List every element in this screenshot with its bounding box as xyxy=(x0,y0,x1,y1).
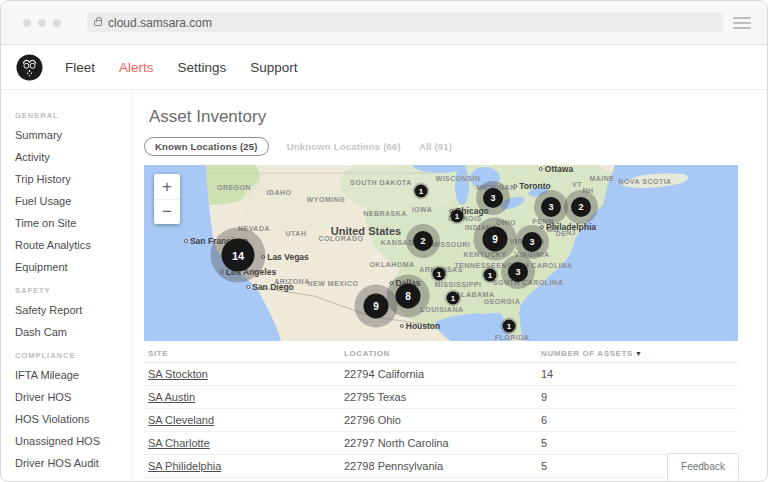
map-cluster-marker-3[interactable]: 3 xyxy=(522,232,542,252)
state-label-louisiana: LOUISIANA xyxy=(421,306,464,313)
sidebar-item-ifta-mileage[interactable]: IFTA Mileage xyxy=(15,367,131,383)
tab-unknown-locations-66-[interactable]: Unknown Locations (66) xyxy=(287,141,401,152)
site-link-sa-stockton[interactable]: SA Stockton xyxy=(148,368,208,380)
samsara-logo-icon[interactable] xyxy=(16,54,43,81)
window-dot xyxy=(23,19,31,27)
map-cluster-marker-1[interactable]: 1 xyxy=(433,268,446,281)
sidebar-item-hos-violations[interactable]: HOS Violations xyxy=(15,411,131,427)
sidebar-item-wrap: Safety Report xyxy=(15,302,131,318)
zoom-in-button[interactable]: + xyxy=(154,174,180,199)
map-cluster-marker-1[interactable]: 1 xyxy=(451,210,464,223)
sidebar-item-driver-hos-audit[interactable]: Driver HOS Audit xyxy=(15,455,131,471)
tab-known-locations-25-[interactable]: Known Locations (25) xyxy=(144,137,269,156)
nav-item-settings[interactable]: Settings xyxy=(178,60,227,75)
site-link-sa-philidelphia[interactable]: SA Philidelphia xyxy=(148,460,221,472)
state-label-utah: UTAH xyxy=(286,230,307,237)
browser-chrome: cloud.samsara.com xyxy=(1,1,767,45)
state-label-nebraska: NEBRASKA xyxy=(363,210,407,217)
map-cluster-marker-2[interactable]: 2 xyxy=(413,231,433,251)
state-label-colorado: COLORADO xyxy=(319,235,364,242)
city-name: Houston xyxy=(406,321,440,331)
asset-map[interactable]: + − United States OREGONIDAHOWYOMINGNEVA… xyxy=(144,165,738,341)
city-dot-icon xyxy=(389,281,393,285)
map-cluster-marker-9[interactable]: 9 xyxy=(483,227,508,252)
hamburger-menu-icon[interactable] xyxy=(733,17,751,29)
map-cluster-marker-3[interactable]: 3 xyxy=(541,197,561,217)
map-cluster-marker-8[interactable]: 8 xyxy=(396,284,421,309)
location-cell: 22796 Ohio xyxy=(344,414,541,426)
map-cluster-marker-3[interactable]: 3 xyxy=(483,188,503,208)
sidebar-item-wrap: Dash Cam xyxy=(15,324,131,340)
window-dot xyxy=(38,19,46,27)
nav-item-fleet[interactable]: Fleet xyxy=(65,60,95,75)
map-cluster-marker-1[interactable]: 1 xyxy=(415,185,428,198)
table-header-row: SITE LOCATION NUMBER OF ASSETS▼ xyxy=(144,345,738,363)
address-bar[interactable]: cloud.samsara.com xyxy=(87,13,723,32)
table-row: SA Cleveland22796 Ohio6 xyxy=(144,409,738,432)
sidebar-item-unassigned-hos[interactable]: Unassigned HOS xyxy=(15,433,131,449)
table-row: SA Stockton22794 California14 xyxy=(144,363,738,386)
city-dot-icon xyxy=(513,184,517,188)
map-cluster-marker-1[interactable]: 1 xyxy=(503,320,516,333)
location-cell: 22795 Texas xyxy=(344,391,541,403)
location-cell: 22798 Pennsylvania xyxy=(344,460,541,472)
url-text: cloud.samsara.com xyxy=(108,16,212,30)
map-cluster-marker-3[interactable]: 3 xyxy=(508,262,528,282)
sidebar-item-route-analytics[interactable]: Route Analytics xyxy=(15,237,131,253)
state-label-missouri: MISSOURI xyxy=(432,241,471,248)
site-link-sa-cleveland[interactable]: SA Cleveland xyxy=(148,414,214,426)
nav-item-alerts[interactable]: Alerts xyxy=(119,60,154,75)
tab-all-91-[interactable]: All (91) xyxy=(419,141,452,152)
sidebar-item-safety-report[interactable]: Safety Report xyxy=(15,302,131,318)
sidebar-item-summary[interactable]: Summary xyxy=(15,127,131,143)
table-row: SA Boston22799 Massachusetts4 xyxy=(144,478,738,482)
sidebar-item-driver-hos[interactable]: Driver HOS xyxy=(15,389,131,405)
sidebar-item-wrap: Unassigned HOS xyxy=(15,433,131,449)
state-label-kansas: KANSAS xyxy=(381,239,414,246)
column-header-site[interactable]: SITE xyxy=(148,349,344,358)
sidebar-section-safety: SAFETY xyxy=(15,286,131,295)
nav-item-support[interactable]: Support xyxy=(250,60,297,75)
map-cluster-marker-2[interactable]: 2 xyxy=(571,197,591,217)
state-label-vt: VT xyxy=(572,181,582,188)
sidebar-item-equipment[interactable]: Equipment xyxy=(15,259,131,275)
sites-table: SITE LOCATION NUMBER OF ASSETS▼ SA Stock… xyxy=(144,345,738,482)
sidebar-item-dash-cam[interactable]: Dash Cam xyxy=(15,324,131,340)
sidebar-section-compliance: COMPLIANCE xyxy=(15,351,131,360)
sidebar-item-wrap: Trip History xyxy=(15,171,131,187)
sidebar-item-wrap: Equipment xyxy=(15,259,131,275)
map-cluster-marker-9[interactable]: 9 xyxy=(364,294,389,319)
city-label-houston: Houston xyxy=(400,321,440,331)
sidebar-item-trip-history[interactable]: Trip History xyxy=(15,171,131,187)
window-dot xyxy=(53,19,61,27)
sidebar-item-wrap: Driver HOS Audit xyxy=(15,455,131,471)
state-label-south-carolina: SOUTH CAROLINA xyxy=(493,279,563,286)
sidebar-item-activity[interactable]: Activity xyxy=(15,149,131,165)
state-label-wisconsin: WISCONSIN xyxy=(436,175,481,182)
main-nav: FleetAlertsSettingsSupport xyxy=(65,60,298,75)
map-cluster-marker-1[interactable]: 1 xyxy=(484,269,497,282)
site-cell: SA Charlotte xyxy=(148,437,344,449)
city-label-philadelphia: Philadelphia xyxy=(540,222,596,232)
sidebar-item-wrap: HOS Violations xyxy=(15,411,131,427)
state-label-wyoming: WYOMING xyxy=(307,196,346,203)
column-header-assets[interactable]: NUMBER OF ASSETS▼ xyxy=(541,349,738,358)
map-cluster-marker-14[interactable]: 14 xyxy=(222,239,255,272)
site-link-sa-austin[interactable]: SA Austin xyxy=(148,391,195,403)
feedback-button[interactable]: Feedback xyxy=(667,453,739,481)
state-label-kentucky: KENTUCKY xyxy=(464,251,507,258)
page-title: Asset Inventory xyxy=(149,107,738,127)
sidebar-item-wrap: Summary xyxy=(15,127,131,143)
column-header-location[interactable]: LOCATION xyxy=(344,349,541,358)
city-label-toronto: Toronto xyxy=(513,181,550,191)
table-row: SA Austin22795 Texas9 xyxy=(144,386,738,409)
site-link-sa-charlotte[interactable]: SA Charlotte xyxy=(148,437,210,449)
sidebar-item-wrap: Activity xyxy=(15,149,131,165)
city-dot-icon xyxy=(540,225,544,229)
location-cell: 22797 North Carolina xyxy=(344,437,541,449)
zoom-out-button[interactable]: − xyxy=(154,199,180,224)
sidebar-item-fuel-usage[interactable]: Fuel Usage xyxy=(15,193,131,209)
sidebar-item-time-on-site[interactable]: Time on Site xyxy=(15,215,131,231)
map-cluster-marker-1[interactable]: 1 xyxy=(447,292,460,305)
location-cell: 22794 California xyxy=(344,368,541,380)
